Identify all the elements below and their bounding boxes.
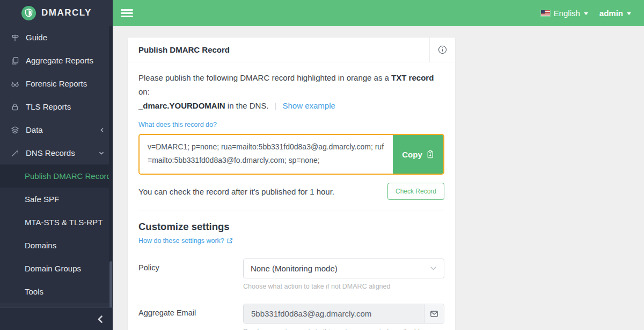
user-label: admin <box>599 9 623 18</box>
dmarc-host-emphasis: _dmarc.YOURDOMAIN <box>138 101 225 110</box>
aggregate-email-label: Aggregate Email <box>138 304 243 330</box>
sidebar-item-label: Data <box>26 125 43 134</box>
sidebar-item-label: TLS Reports <box>26 102 71 111</box>
page-title: Publish DMARC Record <box>128 38 429 62</box>
shield-logo-icon <box>21 5 36 21</box>
sidebar-menu: Guide Aggregate Reports Forensic Reports… <box>0 26 113 303</box>
settings-help-link[interactable]: How do these settings work? <box>138 237 233 245</box>
sidebar-scrollbar[interactable] <box>109 26 113 330</box>
sidebar-item-label: Domains <box>25 241 56 250</box>
info-icon <box>438 45 447 54</box>
sidebar-item-label: DNS Records <box>26 148 75 157</box>
us-flag-icon <box>541 10 550 16</box>
record-help-link[interactable]: What does this record do? <box>138 121 217 128</box>
intro-text: on: <box>138 87 150 96</box>
signpost-icon <box>11 33 19 42</box>
envelope-icon <box>424 304 444 323</box>
sidebar-item-forensic-reports[interactable]: Forensic Reports <box>0 72 113 95</box>
aggregate-email-help-text: Send aggregate reports to this system ge… <box>243 328 444 330</box>
aggregate-email-field[interactable] <box>244 304 424 323</box>
intro-paragraph: Please publish the following DMARC recor… <box>138 71 444 113</box>
aggregate-email-row: Aggregate Email Send aggregate reports t… <box>138 304 444 330</box>
policy-help-text: Choose what action to take if not DMARC … <box>243 283 444 290</box>
show-example-link[interactable]: Show example <box>282 101 335 110</box>
check-record-row: You can check the record after it's publ… <box>138 183 444 200</box>
user-menu[interactable]: admin <box>592 9 631 18</box>
sidebar-item-tools[interactable]: Tools <box>0 280 113 303</box>
wand-icon <box>11 149 19 157</box>
sidebar-item-data[interactable]: Data <box>0 118 113 141</box>
policy-row: Policy None (Monitoring mode) Choose wha… <box>138 259 444 290</box>
chevron-left-icon <box>100 127 104 133</box>
content-area: Publish DMARC Record Please publish the … <box>113 26 644 330</box>
sidebar-item-label: Tools <box>25 287 43 296</box>
intro-text: Please publish the following DMARC recor… <box>138 73 391 82</box>
sidebar-item-label: MTA-STS & TLS-RPT <box>25 218 103 227</box>
topbar-right: English admin <box>541 9 631 18</box>
sidebar-item-tls-reports[interactable]: TLS Reports <box>0 95 113 118</box>
txt-record-emphasis: TXT record <box>391 73 434 82</box>
check-record-note: You can check the record after it's publ… <box>138 187 334 196</box>
vertical-separator: | <box>275 101 277 110</box>
dns-records-submenu: Publish DMARC Record Safe SPF MTA-STS & … <box>0 164 113 303</box>
chevron-down-icon <box>99 151 104 155</box>
lock-icon <box>11 103 19 111</box>
sidebar-item-publish-dmarc-record[interactable]: Publish DMARC Record <box>0 164 113 188</box>
sidebar-item-label: Forensic Reports <box>26 79 87 88</box>
sidebar-item-label: Domain Groups <box>25 264 81 273</box>
policy-selected-value: None (Monitoring mode) <box>251 264 338 273</box>
sidebar-item-label: Guide <box>26 33 47 42</box>
documents-icon <box>11 56 19 65</box>
sidebar: DMARCLY Guide Aggregate Reports Forensic… <box>0 0 113 330</box>
sidebar-item-guide[interactable]: Guide <box>0 26 113 49</box>
layers-icon <box>11 126 19 134</box>
customize-settings-heading: Customize settings <box>138 221 444 233</box>
sidebar-item-dns-records[interactable]: DNS Records <box>0 141 113 164</box>
dmarc-record-value[interactable]: v=DMARC1; p=none; rua=mailto:5bb331fd0d8… <box>140 135 393 174</box>
sidebar-item-domain-groups[interactable]: Domain Groups <box>0 257 113 280</box>
card-header: Publish DMARC Record <box>128 38 455 62</box>
policy-label: Policy <box>138 259 243 290</box>
sidebar-item-safe-spf[interactable]: Safe SPF <box>0 188 113 211</box>
sidebar-collapse-button[interactable] <box>0 307 113 330</box>
topbar: English admin <box>113 0 644 26</box>
chevron-down-icon <box>430 266 437 271</box>
brand-name: DMARCLY <box>41 8 92 18</box>
sidebar-item-aggregate-reports[interactable]: Aggregate Reports <box>0 49 113 72</box>
intro-text: in the DNS. <box>225 101 269 110</box>
language-label: English <box>554 9 580 18</box>
glasses-icon <box>11 80 19 88</box>
sidebar-item-label: Aggregate Reports <box>26 56 93 65</box>
info-button[interactable] <box>429 38 455 62</box>
brand-logo[interactable]: DMARCLY <box>0 0 113 26</box>
sidebar-item-domains[interactable]: Domains <box>0 234 113 257</box>
language-selector[interactable]: English <box>541 9 588 18</box>
dmarc-record-box: v=DMARC1; p=none; rua=mailto:5bb331fd0d8… <box>138 134 444 175</box>
check-record-button[interactable]: Check Record <box>387 183 444 200</box>
publish-dmarc-record-card: Publish DMARC Record Please publish the … <box>128 38 455 330</box>
card-body: Please publish the following DMARC recor… <box>128 62 455 330</box>
settings-help-label: How do these settings work? <box>138 237 224 245</box>
external-link-icon <box>226 238 233 244</box>
app-window: DMARCLY Guide Aggregate Reports Forensic… <box>0 0 644 330</box>
section-divider <box>138 211 444 211</box>
sidebar-item-label: Safe SPF <box>25 195 59 204</box>
hamburger-menu-button[interactable] <box>121 8 133 19</box>
copy-button[interactable]: Copy <box>393 135 443 174</box>
caret-down-icon <box>627 12 631 15</box>
caret-down-icon <box>584 12 588 15</box>
aggregate-email-group <box>243 304 444 324</box>
collapse-chevron-icon <box>97 315 103 324</box>
main-column: English admin Publish DMARC Record <box>113 0 644 330</box>
policy-select[interactable]: None (Monitoring mode) <box>243 259 444 278</box>
sidebar-item-label: Publish DMARC Record <box>25 171 111 181</box>
clipboard-icon <box>426 150 434 159</box>
copy-button-label: Copy <box>402 150 422 159</box>
sidebar-item-mta-sts-tls-rpt[interactable]: MTA-STS & TLS-RPT <box>0 211 113 234</box>
